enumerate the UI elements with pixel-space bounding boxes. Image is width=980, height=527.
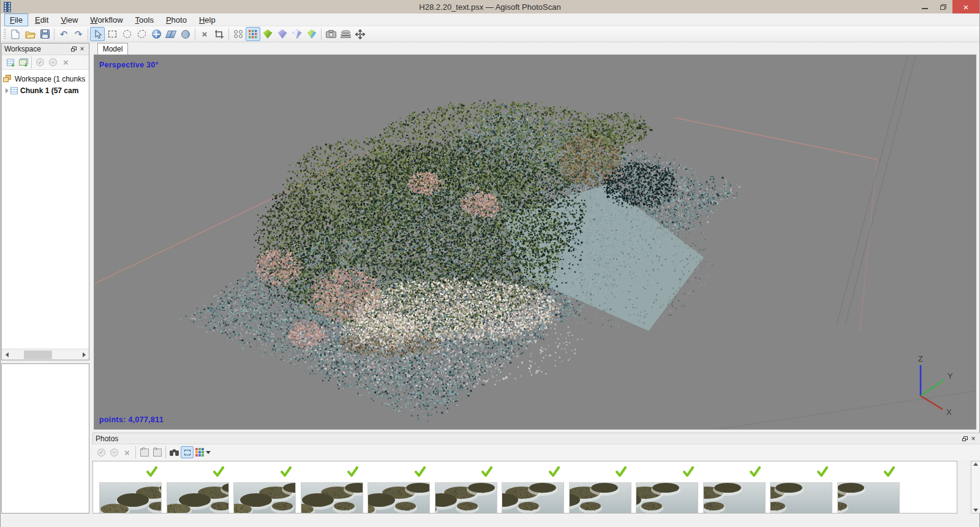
photo-thumbnail-image[interactable]	[368, 482, 430, 514]
textured-view-button[interactable]	[304, 27, 319, 41]
chunk-icon	[10, 87, 18, 94]
camera-view-button[interactable]	[323, 27, 338, 41]
save-button[interactable]	[37, 27, 52, 41]
menu-edit[interactable]: Edit	[29, 13, 54, 26]
select-rectangle-button[interactable]	[105, 27, 119, 41]
select-circle-button[interactable]	[119, 27, 134, 41]
ortho-view-button[interactable]	[338, 27, 353, 41]
add-photos-button[interactable]: +	[17, 56, 29, 69]
hscroll-thumb[interactable]	[24, 351, 52, 359]
navigation-button[interactable]	[149, 27, 164, 41]
photo-thumbnail[interactable]	[837, 465, 905, 514]
move-region-button[interactable]	[353, 27, 368, 41]
hscroll-right-arrow[interactable]	[79, 350, 89, 360]
select-freeform-button[interactable]	[134, 27, 149, 41]
shaded-view-button[interactable]	[260, 27, 275, 41]
find-photo-button[interactable]	[168, 446, 181, 458]
remove-item-button[interactable]: ×	[59, 56, 72, 69]
solid-view-button[interactable]	[275, 27, 290, 41]
wireframe-view-button[interactable]	[290, 27, 304, 41]
add-chunk-button[interactable]: +	[4, 56, 17, 69]
photo-thumbnail[interactable]	[569, 465, 636, 514]
workspace-float-button[interactable]	[69, 45, 78, 53]
photo-thumbnail-image[interactable]	[569, 482, 631, 514]
enable-item-button[interactable]: ✓	[34, 56, 47, 69]
thumbnail-size-button[interactable]	[194, 446, 212, 458]
open-project-button[interactable]	[23, 27, 37, 41]
photo-thumbnail[interactable]	[502, 465, 569, 514]
photos-vscrollbar[interactable]	[971, 461, 980, 514]
tree-item-chunk[interactable]: Chunk 1 (57 cam	[3, 85, 88, 96]
new-project-button[interactable]	[8, 27, 23, 41]
sparse-cloud-button[interactable]	[231, 27, 246, 41]
axis-x-label: X	[946, 408, 952, 415]
photo-thumbnail[interactable]	[435, 465, 502, 514]
photo-thumbnail-image[interactable]	[837, 482, 900, 514]
photo-thumbnail-image[interactable]	[636, 482, 698, 514]
photo-enabled-check-icon	[615, 466, 627, 477]
photos-close-button[interactable]: ×	[969, 434, 978, 442]
photo-enabled-check-icon	[548, 466, 560, 477]
photos-panel-title: Photos	[96, 434, 118, 443]
photo-thumbnail[interactable]	[99, 465, 167, 514]
thumbnail-size-caret[interactable]	[206, 451, 211, 454]
menu-view[interactable]: View	[55, 13, 83, 26]
rotate-view-button[interactable]	[164, 27, 178, 41]
photos-enable-button[interactable]: ✓	[95, 446, 108, 458]
photo-selection-button[interactable]	[181, 446, 194, 458]
photo-thumbnail[interactable]	[167, 465, 234, 514]
photo-thumbnail-image[interactable]	[167, 482, 229, 514]
photo-thumbnail[interactable]	[368, 465, 435, 514]
disable-item-button[interactable]: −	[47, 56, 59, 69]
point-cloud-canvas[interactable]	[94, 55, 976, 429]
hscroll-left-arrow[interactable]	[2, 350, 12, 360]
window-title: H28.2.20_text.psx — Agisoft PhotoScan	[1, 2, 979, 12]
restore-button[interactable]	[934, 0, 952, 13]
photo-thumbnail-image[interactable]	[233, 482, 296, 514]
select-arrow-button[interactable]	[90, 27, 105, 41]
minimize-button[interactable]	[916, 0, 934, 13]
resize-region-button[interactable]	[212, 27, 227, 41]
photo-enabled-check-icon	[481, 466, 493, 477]
chunk-expand-arrow[interactable]	[6, 88, 9, 93]
photo-thumbnail[interactable]	[636, 465, 703, 514]
photo-enabled-check-icon	[146, 466, 158, 477]
photo-thumbnail-image[interactable]	[435, 482, 497, 514]
photo-thumbnail-image[interactable]	[99, 482, 162, 514]
delete-button[interactable]: ×	[197, 27, 212, 41]
vscroll-down-arrow[interactable]	[973, 509, 978, 512]
rotate-right-button[interactable]: ↷	[151, 446, 164, 458]
photo-thumbnail[interactable]	[233, 465, 301, 514]
photos-float-button[interactable]	[960, 434, 969, 442]
menu-file[interactable]: File	[4, 13, 28, 26]
photo-thumbnail[interactable]	[301, 465, 368, 514]
workspace-tree: Workspace (1 chunks Chunk 1 (57 cam	[2, 70, 89, 343]
photo-thumbnail-image[interactable]	[703, 482, 766, 514]
photo-thumbnail-image[interactable]	[502, 482, 564, 514]
workspace-hscrollbar[interactable]	[2, 349, 89, 360]
workspace-close-button[interactable]: ×	[78, 45, 86, 53]
rotate-object-button[interactable]	[178, 27, 193, 41]
tab-model[interactable]: Model	[97, 43, 128, 55]
menu-photo[interactable]: Photo	[160, 13, 192, 26]
redo-button[interactable]: ↷	[71, 27, 86, 41]
close-button[interactable]: ×	[952, 0, 979, 13]
photos-disable-button[interactable]: −	[108, 446, 121, 458]
model-viewport[interactable]: Perspective 30° points: 4,077,811 Z Y X	[94, 55, 976, 430]
workspace-toolbar: + + ✓ − ×	[2, 55, 89, 70]
tree-item-workspace[interactable]: Workspace (1 chunks	[3, 73, 88, 85]
photo-thumbnail-image[interactable]	[770, 482, 832, 514]
menu-help[interactable]: Help	[194, 13, 221, 26]
dense-cloud-button[interactable]	[246, 27, 260, 41]
rotate-left-button[interactable]: ↶	[138, 446, 151, 458]
menu-workflow[interactable]: Workflow	[85, 13, 128, 26]
menu-tools[interactable]: Tools	[130, 13, 159, 26]
tree-item-chunk-label: Chunk 1 (57 cam	[20, 86, 78, 95]
photo-thumbnail[interactable]	[703, 465, 771, 514]
vscroll-up-arrow[interactable]	[973, 463, 978, 466]
photo-thumbnail[interactable]	[770, 465, 837, 514]
undo-button[interactable]: ↶	[56, 27, 71, 41]
photo-thumbnail-image[interactable]	[301, 482, 363, 514]
perspective-label: Perspective 30°	[99, 61, 159, 69]
photos-remove-button[interactable]: ×	[121, 446, 134, 458]
